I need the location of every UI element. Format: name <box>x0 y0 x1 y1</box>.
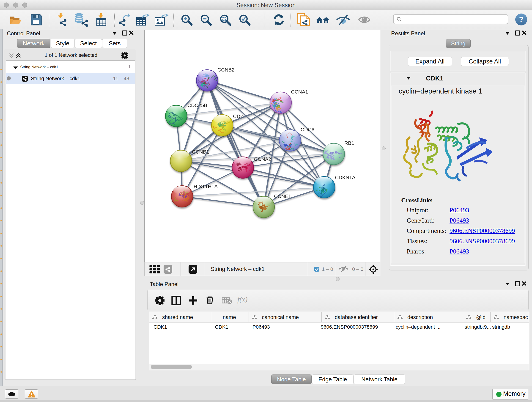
svg-text:CDC6: CDC6 <box>301 127 314 133</box>
svg-text:CDC25B: CDC25B <box>187 102 207 108</box>
svg-text:CDK1: CDK1 <box>233 114 247 119</box>
svg-text:CCNB1: CCNB1 <box>192 149 209 155</box>
svg-text:CCNE1: CCNE1 <box>274 193 291 199</box>
svg-text:HIST1H1A: HIST1H1A <box>194 184 218 189</box>
svg-text:CCNA1: CCNA1 <box>291 89 308 95</box>
svg-text:CDKN1A: CDKN1A <box>335 175 355 180</box>
svg-text:CCNB2: CCNB2 <box>217 67 234 73</box>
svg-text:RB1: RB1 <box>344 140 354 146</box>
svg-text:CCNA2: CCNA2 <box>254 156 271 162</box>
